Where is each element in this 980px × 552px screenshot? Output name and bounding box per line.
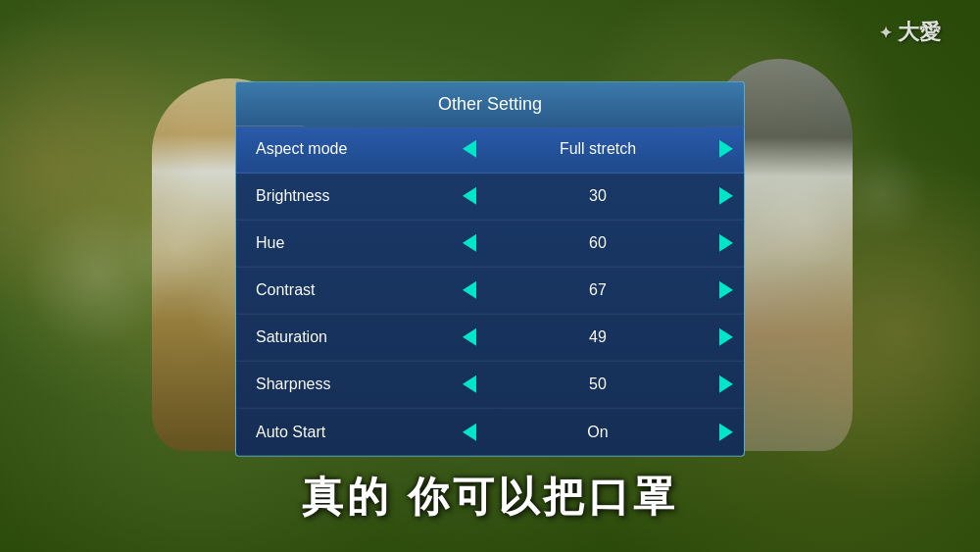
triangle-right-icon <box>719 234 733 252</box>
triangle-left-icon <box>463 376 476 393</box>
setting-value-saturation: 49 <box>487 328 709 346</box>
triangle-left-icon <box>463 423 476 440</box>
arrow-left-sharpness[interactable] <box>452 361 487 408</box>
settings-dialog: Other Setting Aspect modeFull stretchBri… <box>235 80 745 456</box>
triangle-left-icon <box>463 140 476 158</box>
setting-controls-saturation: 49 <box>452 314 744 361</box>
subtitle-text: 真的 你可以把口罩 <box>0 470 980 525</box>
setting-row-auto-start: Auto StartOn <box>236 408 744 455</box>
setting-label-auto-start: Auto Start <box>236 423 452 440</box>
setting-label-saturation: Saturation <box>236 328 452 346</box>
setting-row-saturation: Saturation49 <box>236 314 744 361</box>
setting-row-aspect-mode: Aspect modeFull stretch <box>236 125 744 173</box>
triangle-left-icon <box>463 281 476 299</box>
setting-row-sharpness: Sharpness50 <box>236 361 744 408</box>
triangle-left-icon <box>463 234 476 252</box>
triangle-right-icon <box>719 423 733 440</box>
arrow-left-contrast[interactable] <box>452 267 487 314</box>
setting-value-sharpness: 50 <box>487 376 709 393</box>
arrow-right-contrast[interactable] <box>709 267 744 314</box>
triangle-right-icon <box>719 376 733 393</box>
arrow-right-sharpness[interactable] <box>709 361 744 408</box>
logo-text: 大愛 <box>898 18 941 47</box>
setting-controls-hue: 60 <box>452 220 744 267</box>
triangle-right-icon <box>719 140 733 158</box>
arrow-right-brightness[interactable] <box>709 173 744 220</box>
dialog-title: Other Setting <box>235 80 745 125</box>
setting-value-auto-start: On <box>487 423 709 440</box>
arrow-right-aspect-mode[interactable] <box>709 125 744 173</box>
setting-value-aspect-mode: Full stretch <box>487 140 709 158</box>
setting-value-hue: 60 <box>487 234 709 252</box>
dialog-body: Aspect modeFull stretchBrightness30Hue60… <box>235 125 745 456</box>
arrow-left-brightness[interactable] <box>452 173 487 220</box>
arrow-left-hue[interactable] <box>452 220 487 267</box>
setting-controls-sharpness: 50 <box>452 361 744 408</box>
arrow-left-aspect-mode[interactable] <box>452 125 487 173</box>
triangle-left-icon <box>463 187 476 205</box>
setting-label-aspect-mode: Aspect mode <box>236 140 452 158</box>
triangle-left-icon <box>463 328 476 346</box>
setting-row-contrast: Contrast67 <box>236 267 744 314</box>
setting-label-sharpness: Sharpness <box>236 376 452 393</box>
setting-label-hue: Hue <box>236 234 452 252</box>
arrow-left-saturation[interactable] <box>452 314 487 361</box>
arrow-right-auto-start[interactable] <box>709 408 744 455</box>
channel-logo: ✦ 大愛 <box>879 18 941 47</box>
setting-row-brightness: Brightness30 <box>236 173 744 220</box>
triangle-right-icon <box>719 328 733 346</box>
arrow-right-saturation[interactable] <box>709 314 744 361</box>
arrow-right-hue[interactable] <box>709 220 744 267</box>
arrow-left-auto-start[interactable] <box>452 408 487 455</box>
setting-controls-auto-start: On <box>452 408 744 455</box>
triangle-right-icon <box>719 187 733 205</box>
setting-controls-aspect-mode: Full stretch <box>452 125 744 173</box>
setting-controls-contrast: 67 <box>452 267 744 314</box>
setting-controls-brightness: 30 <box>452 173 744 220</box>
setting-label-contrast: Contrast <box>236 281 452 299</box>
triangle-right-icon <box>719 281 733 299</box>
setting-row-hue: Hue60 <box>236 220 744 267</box>
setting-label-brightness: Brightness <box>236 187 452 205</box>
setting-value-contrast: 67 <box>487 281 709 299</box>
logo-symbol: ✦ <box>879 24 892 42</box>
setting-value-brightness: 30 <box>487 187 709 205</box>
